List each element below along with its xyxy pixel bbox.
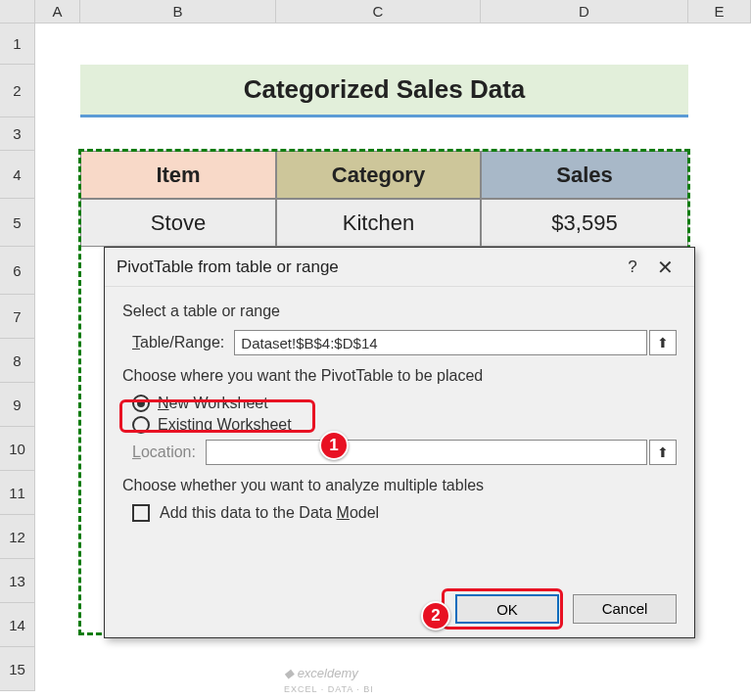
table-range-label: Table/Range: bbox=[132, 334, 224, 351]
row-header[interactable]: 13 bbox=[0, 559, 35, 603]
row-header[interactable]: 9 bbox=[0, 383, 35, 427]
ok-button[interactable]: OK bbox=[455, 594, 559, 624]
help-icon[interactable]: ? bbox=[618, 257, 647, 277]
section-placement: Choose where you want the PivotTable to … bbox=[122, 367, 677, 385]
table-range-input[interactable]: Dataset!$B$4:$D$14 bbox=[234, 330, 647, 355]
row-header[interactable]: 15 bbox=[0, 647, 35, 691]
row-header[interactable]: 5 bbox=[0, 199, 35, 247]
dialog-title: PivotTable from table or range bbox=[117, 257, 618, 277]
close-icon[interactable]: ✕ bbox=[647, 256, 682, 279]
cell-sales: $3,595 bbox=[481, 199, 688, 247]
select-all-corner[interactable] bbox=[0, 0, 35, 23]
data-table: Item Category Sales Stove Kitchen $3,595 bbox=[80, 151, 688, 247]
collapse-dialog-icon[interactable]: ⬆ bbox=[649, 330, 677, 355]
column-header[interactable]: B bbox=[80, 0, 276, 23]
dialog-titlebar[interactable]: PivotTable from table or range ? ✕ bbox=[105, 248, 694, 287]
section-multiple-tables: Choose whether you want to analyze multi… bbox=[122, 477, 677, 494]
cancel-button[interactable]: Cancel bbox=[573, 594, 677, 624]
row-header[interactable]: 1 bbox=[0, 23, 35, 65]
header-sales: Sales bbox=[481, 151, 688, 199]
header-item: Item bbox=[80, 151, 276, 199]
cell-category: Kitchen bbox=[276, 199, 481, 247]
row-header[interactable]: 4 bbox=[0, 151, 35, 199]
column-header[interactable]: A bbox=[35, 0, 80, 23]
checkbox-data-model[interactable]: Add this data to the Data Model bbox=[132, 504, 677, 522]
watermark: ◆ exceldemy EXCEL · DATA · BI bbox=[284, 666, 374, 695]
column-header[interactable]: C bbox=[276, 0, 481, 23]
row-header[interactable]: 10 bbox=[0, 427, 35, 471]
row-header[interactable]: 14 bbox=[0, 603, 35, 647]
row-header[interactable]: 7 bbox=[0, 295, 35, 339]
column-header[interactable]: E bbox=[688, 0, 751, 23]
checkbox-data-model-label: Add this data to the Data Model bbox=[160, 504, 379, 522]
radio-new-worksheet[interactable]: New Worksheet bbox=[132, 395, 677, 412]
section-select-range: Select a table or range bbox=[122, 303, 677, 320]
radio-icon bbox=[132, 395, 150, 412]
collapse-dialog-icon[interactable]: ⬆ bbox=[649, 440, 677, 465]
location-input[interactable] bbox=[206, 440, 647, 465]
cell-item: Stove bbox=[80, 199, 276, 247]
pivottable-dialog: PivotTable from table or range ? ✕ Selec… bbox=[104, 247, 695, 638]
column-header[interactable]: D bbox=[481, 0, 688, 23]
merged-title-cell: Categorized Sales Data bbox=[80, 65, 688, 117]
row-header[interactable]: 3 bbox=[0, 117, 35, 151]
row-header[interactable]: 8 bbox=[0, 339, 35, 383]
row-header[interactable]: 12 bbox=[0, 515, 35, 559]
row-header[interactable]: 2 bbox=[0, 65, 35, 117]
row-header[interactable]: 11 bbox=[0, 471, 35, 515]
row-header[interactable]: 6 bbox=[0, 247, 35, 295]
location-label: Location: bbox=[132, 443, 196, 461]
header-category: Category bbox=[276, 151, 481, 199]
watermark-icon: ◆ bbox=[284, 666, 294, 680]
radio-icon bbox=[132, 416, 150, 434]
checkbox-icon bbox=[132, 504, 150, 522]
radio-new-worksheet-label: New Worksheet bbox=[158, 395, 268, 412]
radio-existing-worksheet[interactable]: Existing Worksheet bbox=[132, 416, 677, 434]
radio-existing-worksheet-label: Existing Worksheet bbox=[158, 416, 292, 434]
